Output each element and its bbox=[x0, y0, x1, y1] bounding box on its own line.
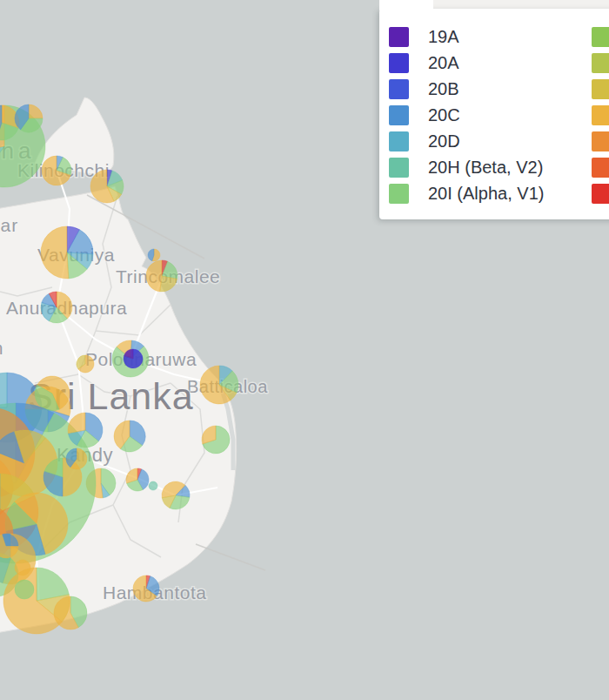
deme-pie[interactable] bbox=[148, 249, 160, 261]
deme-pie[interactable] bbox=[124, 349, 143, 368]
deme-pie[interactable] bbox=[66, 448, 87, 469]
deme-pie[interactable] bbox=[149, 481, 157, 490]
legend-color-swatch bbox=[592, 184, 609, 204]
deme-pie[interactable] bbox=[146, 260, 177, 292]
legend-color-swatch bbox=[389, 158, 409, 178]
legend-item-20d[interactable]: 20D bbox=[389, 131, 544, 151]
legend-item-20b[interactable]: 20B bbox=[389, 79, 544, 99]
legend-color-swatch bbox=[389, 131, 409, 151]
legend-label: 20B bbox=[428, 79, 459, 99]
deme-pie[interactable] bbox=[162, 481, 190, 509]
deme-pie[interactable] bbox=[42, 156, 71, 185]
legend-item-20i[interactable]: 20I (Alpha, V1) bbox=[389, 184, 544, 204]
city-label: Puttalam bbox=[0, 338, 3, 358]
legend-label: 20A bbox=[428, 53, 459, 73]
deme-pie[interactable] bbox=[41, 226, 93, 279]
legend-column-left: 19A20A20B20C20D20H (Beta, V2)20I (Alpha,… bbox=[389, 27, 544, 210]
legend-color-swatch bbox=[592, 27, 609, 47]
deme-pie[interactable] bbox=[77, 355, 94, 373]
deme-pie[interactable] bbox=[202, 426, 230, 454]
legend-label: 20H (Beta, V2) bbox=[428, 158, 543, 178]
city-label: Mannar bbox=[0, 215, 18, 235]
legend-color-swatch bbox=[389, 105, 409, 125]
legend-item-19a[interactable]: 19A bbox=[389, 27, 544, 47]
legend-color-swatch bbox=[389, 79, 409, 99]
legend-label: 20I (Alpha, V1) bbox=[428, 184, 544, 204]
legend-item-cropped-1[interactable] bbox=[592, 53, 609, 73]
legend-item-cropped-0[interactable] bbox=[592, 27, 609, 47]
deme-pie[interactable] bbox=[90, 170, 124, 203]
deme-pie[interactable] bbox=[133, 575, 159, 602]
legend-label: 20D bbox=[428, 131, 460, 151]
clade-legend-panel: 19A20A20B20C20D20H (Beta, V2)20I (Alpha,… bbox=[379, 9, 609, 219]
deme-pie[interactable] bbox=[126, 468, 149, 491]
legend-label: 20C bbox=[428, 105, 460, 125]
legend-color-swatch bbox=[592, 158, 609, 178]
legend-color-swatch bbox=[592, 79, 609, 99]
deme-pie[interactable] bbox=[54, 596, 87, 629]
legend-color-swatch bbox=[389, 27, 409, 47]
deme-pie[interactable] bbox=[35, 376, 70, 411]
legend-color-swatch bbox=[592, 105, 609, 125]
deme-pie[interactable] bbox=[15, 580, 34, 599]
pie-slice bbox=[0, 373, 7, 407]
legend-item-cropped-4[interactable] bbox=[592, 131, 609, 151]
pie-slice bbox=[15, 580, 34, 599]
legend-item-cropped-2[interactable] bbox=[592, 79, 609, 99]
legend-color-swatch bbox=[389, 53, 409, 73]
legend-color-swatch bbox=[592, 131, 609, 151]
legend-color-swatch bbox=[592, 53, 609, 73]
legend-item-20a[interactable]: 20A bbox=[389, 53, 544, 73]
deme-pie[interactable] bbox=[41, 292, 72, 323]
legend-item-cropped-6[interactable] bbox=[592, 184, 609, 204]
legend-item-cropped-3[interactable] bbox=[592, 105, 609, 125]
legend-label: 19A bbox=[428, 27, 459, 47]
deme-pie[interactable] bbox=[200, 366, 238, 404]
legend-item-20c[interactable]: 20C bbox=[389, 105, 544, 125]
legend-color-swatch bbox=[389, 184, 409, 204]
legend-column-right bbox=[592, 27, 609, 210]
legend-item-cropped-5[interactable] bbox=[592, 158, 609, 178]
legend-top-tab bbox=[379, 0, 433, 10]
deme-pie[interactable] bbox=[114, 421, 145, 452]
legend-item-20h[interactable]: 20H (Beta, V2) bbox=[389, 158, 544, 178]
deme-pie[interactable] bbox=[15, 104, 43, 132]
deme-pie[interactable] bbox=[68, 413, 103, 448]
pie-slice bbox=[149, 481, 157, 490]
